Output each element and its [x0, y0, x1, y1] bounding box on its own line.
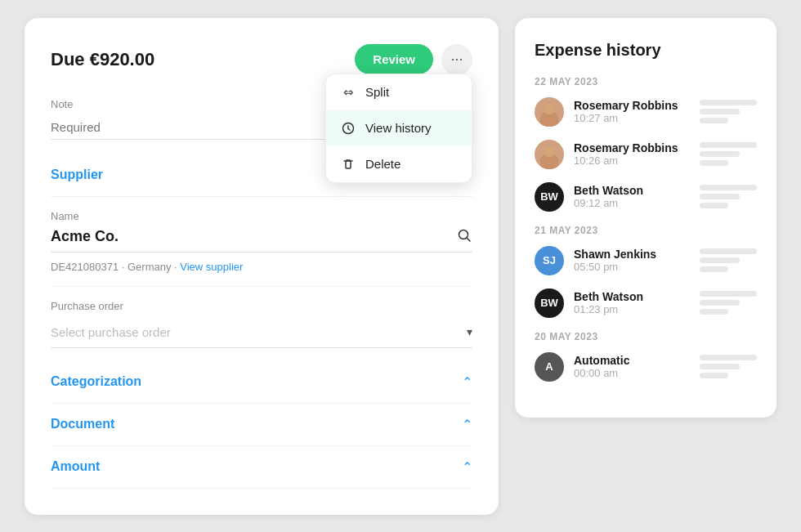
date-group: 21 MAY 2023SJShawn Jenkins05:50 pmBWBeth…: [535, 225, 757, 318]
chevron-up-icon4: ⌃: [462, 460, 472, 474]
card-header: Due €920.00 Review ···: [51, 44, 472, 75]
supplier-details: Name Acme Co. DE421080371 · Germany · Vi…: [51, 197, 472, 287]
history-bar-group: [700, 355, 757, 378]
avatar: [535, 97, 564, 127]
history-bar: [700, 248, 757, 254]
name-label: Name: [51, 210, 472, 222]
po-field-group: Purchase order Select purchase order ▾: [51, 300, 472, 348]
document-section: Document ⌃: [51, 404, 472, 446]
history-bar: [700, 160, 728, 166]
history-time: 05:50 pm: [574, 261, 690, 273]
date-label: 20 MAY 2023: [535, 331, 757, 342]
history-item: BWBeth Watson09:12 am: [535, 182, 757, 212]
history-name: Beth Watson: [574, 184, 690, 197]
history-bar: [700, 291, 757, 297]
history-bar-group: [700, 248, 757, 272]
date-label: 22 MAY 2023: [535, 76, 757, 87]
chevron-up-icon3: ⌃: [462, 418, 472, 431]
supplier-meta: DE421080371 · Germany · View supplier: [51, 261, 472, 273]
history-groups: 22 MAY 2023Rosemary Robbins10:27 amRosem…: [535, 76, 757, 382]
history-bar: [700, 194, 740, 199]
history-info: Beth Watson09:12 am: [574, 184, 690, 209]
more-dots-icon: ···: [450, 51, 463, 68]
supplier-title[interactable]: Supplier: [51, 168, 103, 182]
dropdown-menu: ⇔ Split View history Delete: [325, 74, 472, 183]
clock-icon: [341, 121, 356, 136]
history-bar-group: [700, 185, 757, 208]
history-bar: [700, 142, 757, 148]
history-bar-group: [700, 291, 757, 315]
delete-item[interactable]: Delete: [326, 146, 472, 182]
history-bar: [700, 100, 757, 105]
history-bar: [700, 300, 740, 306]
document-title[interactable]: Document: [51, 417, 114, 431]
amount-section: Amount ⌃: [51, 446, 472, 489]
document-toggle[interactable]: ⌃: [462, 417, 472, 432]
amount-toggle[interactable]: ⌃: [462, 459, 472, 475]
history-time: 01:23 pm: [574, 303, 690, 315]
history-bar: [700, 185, 757, 190]
view-history-item[interactable]: View history: [326, 110, 472, 146]
history-name: Shawn Jenkins: [574, 248, 690, 261]
due-amount: Due €920.00: [51, 49, 154, 70]
history-time: 10:27 am: [574, 112, 690, 124]
history-bar: [700, 203, 728, 208]
history-bar-group: [700, 142, 757, 166]
history-bar: [700, 364, 740, 369]
history-name: Beth Watson: [574, 290, 690, 303]
amount-title[interactable]: Amount: [51, 459, 100, 474]
categorization-toggle[interactable]: ⌃: [462, 374, 472, 390]
po-placeholder: Select purchase order: [51, 325, 171, 339]
history-time: 09:12 am: [574, 197, 690, 209]
history-bar: [700, 257, 740, 263]
trash-icon: [341, 157, 356, 172]
date-group: 20 MAY 2023AAutomatic00:00 am: [535, 331, 757, 382]
avatar: [535, 140, 564, 169]
date-group: 22 MAY 2023Rosemary Robbins10:27 amRosem…: [535, 76, 757, 212]
history-bar: [700, 266, 728, 272]
history-info: Rosemary Robbins10:26 am: [574, 141, 690, 167]
chevron-up-icon2: ⌃: [462, 375, 472, 389]
history-info: Automatic00:00 am: [574, 354, 690, 379]
more-button[interactable]: ···: [441, 44, 472, 75]
po-label: Purchase order: [51, 300, 472, 312]
categorization-title[interactable]: Categorization: [51, 374, 141, 389]
split-icon: ⇔: [341, 85, 356, 100]
history-bar: [700, 309, 728, 315]
history-name: Automatic: [574, 354, 690, 367]
avatar: SJ: [535, 246, 564, 275]
history-bar: [700, 118, 728, 123]
header-actions: Review ···: [355, 44, 472, 75]
history-bar: [700, 151, 740, 157]
svg-point-1: [459, 230, 468, 239]
history-bar: [700, 355, 757, 360]
date-label: 21 MAY 2023: [535, 225, 757, 236]
search-icon[interactable]: [456, 227, 472, 247]
history-bar: [700, 109, 740, 114]
history-item: BWBeth Watson01:23 pm: [535, 288, 757, 318]
po-chevron-icon: ▾: [467, 325, 472, 338]
history-time: 10:26 am: [574, 154, 690, 167]
categorization-section: Categorization ⌃: [51, 361, 472, 404]
view-history-label: View history: [365, 121, 432, 135]
history-panel: Expense history 22 MAY 2023Rosemary Robb…: [515, 18, 776, 418]
split-label: Split: [365, 85, 389, 99]
history-name: Rosemary Robbins: [574, 141, 690, 154]
po-row[interactable]: Select purchase order ▾: [51, 317, 472, 348]
history-title: Expense history: [535, 41, 757, 60]
history-info: Beth Watson01:23 pm: [574, 290, 690, 315]
view-supplier-link[interactable]: View supplier: [180, 261, 243, 273]
history-item: AAutomatic00:00 am: [535, 352, 757, 382]
history-info: Rosemary Robbins10:27 am: [574, 99, 690, 124]
history-item: Rosemary Robbins10:26 am: [535, 140, 757, 169]
review-button[interactable]: Review: [355, 44, 433, 74]
history-name: Rosemary Robbins: [574, 99, 690, 112]
main-card: Due €920.00 Review ··· ⇔ Split: [25, 18, 499, 515]
split-item[interactable]: ⇔ Split: [326, 74, 472, 110]
supplier-name-row: Acme Co.: [51, 227, 472, 253]
avatar: BW: [535, 288, 564, 318]
avatar: A: [535, 352, 564, 382]
avatar: BW: [535, 182, 564, 212]
history-bar: [700, 373, 728, 378]
history-time: 00:00 am: [574, 367, 690, 379]
